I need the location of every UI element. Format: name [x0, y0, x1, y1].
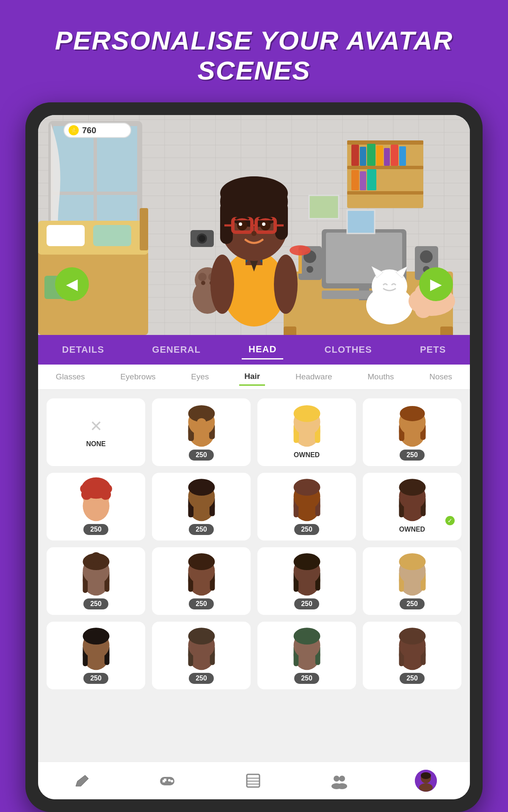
svg-point-102	[400, 406, 425, 421]
item-hair-2[interactable]: OWNED	[257, 398, 356, 466]
svg-point-82	[237, 220, 247, 230]
svg-rect-74	[220, 202, 233, 244]
svg-rect-25	[399, 146, 406, 166]
tab-details[interactable]: DETAILS	[55, 341, 111, 359]
svg-point-70	[210, 255, 234, 314]
svg-point-181	[419, 783, 433, 792]
item-hair-1[interactable]: 250	[152, 398, 251, 466]
item-hair-10[interactable]: 250	[257, 547, 356, 615]
hair-avatar-1-svg	[182, 403, 221, 447]
price-badge-4: 250	[83, 524, 108, 535]
svg-point-40	[420, 250, 433, 263]
prev-arrow-button[interactable]: ◀	[55, 267, 89, 301]
svg-rect-27	[360, 171, 366, 190]
tablet-inner: S	[38, 115, 470, 799]
owned-checkmark-7: ✓	[445, 516, 455, 525]
price-badge-1: 250	[189, 450, 214, 461]
subtab-hair[interactable]: Hair	[239, 368, 265, 386]
item-hair-3[interactable]: 250	[363, 398, 461, 466]
price-badge-11: 250	[400, 598, 425, 609]
svg-point-145	[399, 553, 425, 570]
svg-point-114	[188, 479, 215, 496]
item-hair-8[interactable]: 250	[47, 547, 145, 615]
svg-point-178	[337, 783, 347, 789]
item-hair-15[interactable]: 250	[363, 622, 461, 689]
svg-rect-31	[440, 326, 453, 335]
svg-rect-17	[347, 166, 423, 169]
subtab-eyes[interactable]: Eyes	[186, 369, 214, 385]
tablet-frame: S	[25, 102, 483, 812]
prev-arrow-icon: ◀	[66, 277, 78, 292]
svg-point-165	[399, 628, 425, 645]
bottom-nav-social[interactable]	[326, 767, 353, 794]
svg-rect-22	[376, 145, 383, 166]
hair-avatar-9-svg	[182, 551, 221, 596]
coin-value: 760	[82, 126, 96, 135]
svg-point-109	[103, 484, 112, 494]
svg-point-83	[260, 220, 271, 230]
sub-nav: Glasses Eyebrows Eyes Hair Headware Mout…	[38, 365, 470, 390]
tab-head[interactable]: HEAD	[242, 340, 283, 359]
item-hair-11[interactable]: 250	[363, 547, 461, 615]
svg-rect-26	[351, 170, 359, 190]
item-hair-6[interactable]: 250	[257, 473, 356, 540]
page-title: PERSONALISE YOUR AVATAR SCENES	[0, 25, 508, 85]
avatar-character-svg	[190, 128, 318, 335]
price-badge-10: 250	[294, 598, 319, 609]
svg-rect-24	[391, 145, 398, 166]
svg-rect-21	[367, 144, 375, 166]
bottom-nav	[38, 761, 470, 799]
item-hair-5[interactable]: 250	[152, 473, 251, 540]
item-none[interactable]: ✕ NONE	[47, 398, 145, 466]
bottom-nav-avatar[interactable]	[411, 766, 440, 795]
bottom-nav-library[interactable]	[240, 767, 267, 794]
bottom-nav-games[interactable]	[154, 767, 181, 794]
subtab-noses[interactable]: Noses	[424, 369, 457, 385]
tab-pets[interactable]: PETS	[413, 341, 453, 359]
svg-point-182	[421, 772, 431, 779]
svg-rect-19	[351, 145, 359, 166]
price-badge-12: 250	[83, 673, 108, 684]
item-hair-13[interactable]: 250	[152, 622, 251, 689]
svg-point-170	[171, 780, 173, 782]
svg-rect-57	[347, 210, 375, 233]
avatar-scene: S	[38, 115, 470, 335]
hair-avatar-14-svg	[288, 626, 326, 670]
svg-point-160	[293, 628, 320, 645]
svg-point-135	[188, 553, 215, 570]
svg-point-84	[239, 222, 242, 226]
hair-avatar-8-svg	[77, 551, 115, 596]
none-label: NONE	[86, 440, 105, 448]
tab-clothes[interactable]: CLOTHES	[318, 341, 379, 359]
next-arrow-button[interactable]: ▶	[419, 267, 453, 301]
coin-icon: ⭐	[69, 125, 79, 135]
items-grid: ✕ NONE 250	[47, 398, 461, 689]
hair-avatar-4-svg	[77, 477, 115, 521]
hair-avatar-12-svg	[77, 626, 115, 670]
subtab-headware[interactable]: Headware	[290, 369, 337, 385]
bottom-nav-pencil[interactable]	[68, 767, 95, 794]
coin-bar: ⭐ 760	[64, 123, 131, 138]
svg-point-175	[334, 776, 340, 782]
item-hair-7[interactable]: ✓ OWNED	[363, 473, 461, 540]
svg-rect-16	[347, 140, 423, 145]
subtab-mouths[interactable]: Mouths	[362, 369, 399, 385]
subtab-eyebrows[interactable]: Eyebrows	[115, 369, 160, 385]
item-hair-9[interactable]: 250	[152, 547, 251, 615]
tab-general[interactable]: GENERAL	[145, 341, 207, 359]
svg-rect-12	[93, 225, 131, 246]
item-hair-4[interactable]: 250	[47, 473, 145, 540]
avatar-icon	[415, 770, 437, 792]
none-icon: ✕	[90, 417, 102, 435]
subtab-glasses[interactable]: Glasses	[51, 369, 90, 385]
hair-avatar-2-svg	[288, 403, 326, 447]
price-badge-2: OWNED	[287, 450, 326, 461]
svg-point-76	[220, 176, 288, 210]
price-badge-6: 250	[294, 524, 319, 535]
item-hair-12[interactable]: 250	[47, 622, 145, 689]
svg-rect-75	[275, 202, 288, 240]
price-badge-15: 250	[400, 673, 425, 684]
svg-point-108	[80, 484, 89, 494]
svg-rect-18	[347, 191, 423, 195]
item-hair-14[interactable]: 250	[257, 622, 356, 689]
